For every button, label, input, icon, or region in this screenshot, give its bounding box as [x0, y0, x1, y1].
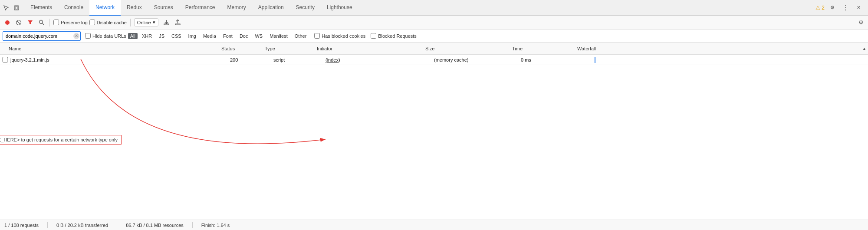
- tab-application[interactable]: Application: [252, 0, 290, 16]
- status-sep-1: [47, 222, 48, 228]
- svg-line-6: [42, 23, 44, 25]
- main-content: jquery-3.2.1.min.js 200 script (index) (…: [0, 55, 868, 230]
- filter-css[interactable]: CSS: [169, 33, 184, 39]
- col-header-status[interactable]: Status: [221, 46, 265, 51]
- tab-elements[interactable]: Elements: [24, 0, 58, 16]
- row-waterfall: [586, 57, 868, 63]
- row-type: script: [273, 57, 326, 62]
- throttle-selector[interactable]: Online ▾: [134, 18, 158, 26]
- col-header-type[interactable]: Type: [265, 46, 317, 51]
- filter-all-button[interactable]: All: [128, 33, 138, 39]
- waterfall-bar: [595, 57, 595, 63]
- col-header-waterfall[interactable]: Waterfall ▲: [577, 46, 868, 51]
- warning-badge[interactable]: ⚠ 2: [815, 5, 825, 11]
- filter-media[interactable]: Media: [201, 33, 219, 39]
- filter-bar: ✕ Hide data URLs All XHR JS CSS Img Medi…: [0, 30, 868, 43]
- filter-manifest[interactable]: Manifest: [267, 33, 290, 39]
- row-initiator: (index): [326, 57, 434, 62]
- clear-filter-button[interactable]: ✕: [73, 33, 79, 39]
- col-header-name[interactable]: Name: [0, 46, 221, 51]
- col-header-size[interactable]: Size: [425, 46, 512, 51]
- warning-icon: ⚠: [815, 5, 820, 11]
- filter-other[interactable]: Other: [292, 33, 309, 39]
- layers-icon[interactable]: [12, 3, 21, 12]
- more-button[interactable]: ⋮: [840, 3, 851, 13]
- annotation-box: Type "domain:<DOMAIN_NAME_HERE> to get r…: [0, 135, 122, 145]
- svg-line-4: [17, 21, 20, 24]
- tab-performance[interactable]: Performance: [179, 0, 221, 16]
- tab-redux[interactable]: Redux: [121, 0, 148, 16]
- svg-point-5: [39, 20, 43, 24]
- blocked-requests-checkbox[interactable]: Blocked Requests: [371, 33, 417, 39]
- table-header: Name Status Type Initiator Size Time Wat…: [0, 43, 868, 55]
- filter-input[interactable]: [3, 31, 81, 41]
- tab-bar: Elements Console Network Redux Sources P…: [0, 0, 868, 16]
- toolbar-separator-2: [130, 19, 131, 26]
- settings-button[interactable]: ⚙: [827, 3, 838, 13]
- cursor-icon[interactable]: [2, 3, 10, 12]
- filter-js[interactable]: JS: [156, 33, 167, 39]
- row-size: (memory cache): [434, 57, 521, 62]
- devtools-icons: [2, 3, 21, 12]
- svg-point-2: [5, 20, 10, 25]
- col-header-time[interactable]: Time: [512, 46, 577, 51]
- tab-console[interactable]: Console: [58, 0, 89, 16]
- status-requests: 1 / 108 requests: [4, 223, 39, 228]
- clear-button[interactable]: [14, 18, 23, 27]
- filter-input-wrapper: ✕: [3, 31, 81, 41]
- row-checkbox[interactable]: [2, 57, 9, 62]
- toolbar-settings-button[interactable]: ⚙: [857, 18, 865, 27]
- status-transferred: 0 B / 20.2 kB transferred: [56, 223, 108, 228]
- search-button[interactable]: [36, 18, 46, 27]
- filter-button[interactable]: [25, 18, 35, 27]
- table-row[interactable]: jquery-3.2.1.min.js 200 script (index) (…: [0, 55, 868, 65]
- network-toolbar: Preserve log Disable cache Online ▾ ⚙: [0, 16, 868, 30]
- status-sep-3: [192, 222, 193, 228]
- status-sep-2: [117, 222, 117, 228]
- export-button[interactable]: [173, 18, 183, 27]
- filter-ws[interactable]: WS: [252, 33, 265, 39]
- filter-xhr[interactable]: XHR: [139, 33, 155, 39]
- filter-doc[interactable]: Doc: [237, 33, 251, 39]
- filter-font[interactable]: Font: [220, 33, 235, 39]
- tab-sources[interactable]: Sources: [148, 0, 179, 16]
- row-status: 200: [230, 57, 273, 62]
- row-name: jquery-3.2.1.min.js: [9, 57, 230, 62]
- toolbar-settings-right: ⚙: [857, 18, 865, 27]
- row-time: 0 ms: [521, 57, 586, 62]
- filter-img[interactable]: Img: [186, 33, 199, 39]
- has-blocked-cookies-checkbox[interactable]: Has blocked cookies: [314, 33, 365, 39]
- svg-rect-1: [15, 7, 18, 9]
- col-header-initiator[interactable]: Initiator: [317, 46, 425, 51]
- annotation-arrow: [0, 55, 868, 228]
- status-bar: 1 / 108 requests 0 B / 20.2 kB transferr…: [0, 220, 868, 230]
- tab-bar-right: ⚠ 2 ⚙ ⋮ ✕: [815, 3, 866, 13]
- status-finish: Finish: 1.64 s: [201, 223, 230, 228]
- record-button[interactable]: [3, 18, 12, 27]
- tab-memory[interactable]: Memory: [221, 0, 252, 16]
- toolbar-right: [162, 18, 183, 27]
- tab-network[interactable]: Network: [89, 0, 121, 16]
- hide-data-urls-checkbox[interactable]: Hide data URLs: [85, 33, 126, 39]
- tab-lighthouse[interactable]: Lighthouse: [321, 0, 358, 16]
- preserve-log-checkbox[interactable]: Preserve log: [53, 20, 88, 25]
- chevron-down-icon: ▾: [153, 20, 155, 25]
- tab-security[interactable]: Security: [290, 0, 321, 16]
- toolbar-separator-1: [49, 19, 50, 26]
- close-button[interactable]: ✕: [853, 3, 864, 13]
- status-resources: 86.7 kB / 8.1 MB resources: [126, 223, 184, 228]
- disable-cache-checkbox[interactable]: Disable cache: [89, 20, 127, 25]
- sort-asc-icon: ▲: [862, 46, 866, 51]
- import-button[interactable]: [162, 18, 171, 27]
